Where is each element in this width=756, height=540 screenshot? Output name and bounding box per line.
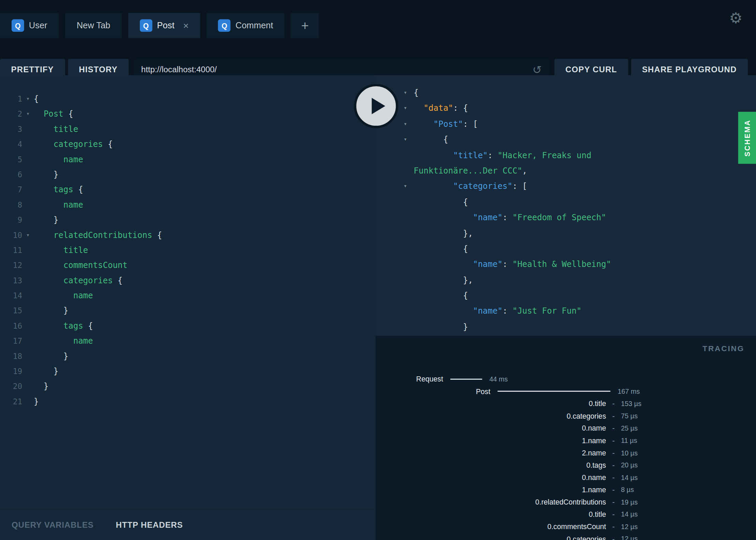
fold-arrow[interactable]: ▾ — [22, 107, 34, 122]
tab-comment[interactable]: QComment — [207, 13, 285, 38]
fold-arrow — [404, 303, 414, 319]
code-text: name — [34, 288, 93, 303]
response-line: } — [376, 319, 756, 334]
fold-arrow[interactable]: ▾ — [404, 116, 414, 132]
trace-time: 20 µs — [621, 461, 638, 469]
fold-arrow[interactable]: ▾ — [404, 101, 414, 116]
trace-time: 14 µs — [621, 510, 638, 518]
code-token: { — [414, 88, 419, 97]
code-text: }, — [414, 225, 473, 241]
editor-line[interactable]: 1▾{ — [2, 92, 376, 107]
code-token: , — [522, 166, 527, 175]
code-token — [34, 139, 54, 149]
trace-dash: - — [610, 461, 617, 469]
tracing-panel: TRACING Request44 msPost167 ms0.title-15… — [376, 336, 756, 540]
response-line: { — [376, 194, 756, 210]
code-text: title — [34, 243, 88, 258]
settings-gear-icon[interactable]: ⚙ — [729, 11, 742, 26]
execute-query-button[interactable] — [354, 84, 398, 128]
editor-line[interactable]: 12 commentsCount — [2, 258, 376, 273]
trace-time: 10 µs — [621, 449, 638, 457]
code-token: } — [34, 366, 58, 376]
trace-row: 0.name-14 µs — [376, 471, 756, 483]
code-token: name — [63, 154, 83, 164]
new-tab-button[interactable]: + — [291, 13, 319, 38]
code-text: "data": { — [414, 101, 468, 116]
code-token: tags — [63, 321, 83, 330]
editor-line[interactable]: 6 } — [2, 167, 376, 182]
code-token: : — [503, 306, 512, 316]
line-number: 17 — [2, 333, 22, 348]
tab-post[interactable]: QPost× — [128, 13, 201, 38]
trace-time: 44 ms — [489, 375, 508, 383]
tracing-rows: Request44 msPost167 ms0.title-153 µs0.ca… — [376, 336, 756, 540]
trace-label: 1.name — [376, 485, 606, 494]
fold-arrow[interactable]: ▾ — [404, 85, 414, 101]
schema-sidebar-tab[interactable]: SCHEMA — [738, 112, 756, 164]
query-variables-tab[interactable]: QUERY VARIABLES — [12, 520, 94, 530]
editor-line[interactable]: 9 } — [2, 212, 376, 227]
editor-line[interactable]: 8 name — [2, 197, 376, 212]
editor-line[interactable]: 16 tags { — [2, 318, 376, 333]
code-text: name — [34, 152, 83, 167]
fold-arrow — [22, 258, 34, 273]
query-editor[interactable]: 1▾{2▾ Post {3 title4 categories {5 name6… — [0, 75, 376, 409]
code-text: "categories": [ — [414, 178, 527, 194]
trace-dash: - — [610, 473, 617, 481]
trace-label: 0.commentsCount — [376, 522, 606, 530]
editor-line[interactable]: 7 tags { — [2, 182, 376, 197]
tab-new-tab[interactable]: New Tab — [65, 13, 122, 38]
line-number: 9 — [2, 212, 22, 227]
tab-label: User — [29, 20, 47, 31]
code-token: { — [414, 290, 468, 300]
editor-line[interactable]: 4 categories { — [2, 137, 376, 152]
line-number: 13 — [2, 273, 22, 288]
trace-time: 14 µs — [621, 474, 638, 481]
editor-line[interactable]: 18 } — [2, 349, 376, 364]
trace-label: 0.categories — [376, 412, 606, 420]
code-token: name — [73, 290, 93, 300]
tab-user[interactable]: QUser — [0, 13, 59, 38]
code-token: : [ — [512, 181, 527, 191]
fold-arrow — [22, 137, 34, 152]
code-text: { — [414, 194, 468, 210]
editor-line[interactable]: 2▾ Post { — [2, 107, 376, 122]
code-token: { — [414, 135, 448, 144]
trace-label: 0.categories — [376, 535, 606, 540]
editor-line[interactable]: 13 categories { — [2, 273, 376, 288]
code-token: "Post" — [433, 119, 463, 129]
editor-line[interactable]: 19 } — [2, 364, 376, 379]
editor-line[interactable]: 17 name — [2, 333, 376, 348]
trace-row: Request44 ms — [376, 373, 756, 385]
fold-arrow — [404, 147, 414, 163]
fold-arrow — [22, 318, 34, 333]
fold-arrow[interactable]: ▾ — [22, 228, 34, 243]
line-number: 10 — [2, 228, 22, 243]
trace-label: Post — [376, 387, 490, 395]
editor-line[interactable]: 3 title — [2, 122, 376, 137]
editor-line[interactable]: 21} — [2, 394, 376, 409]
trace-time: 167 ms — [617, 388, 640, 395]
code-token — [34, 245, 63, 255]
editor-line[interactable]: 10▾ relatedContributions { — [2, 228, 376, 243]
editor-line[interactable]: 5 name — [2, 152, 376, 167]
fold-arrow[interactable]: ▾ — [404, 178, 414, 194]
fold-arrow[interactable]: ▾ — [22, 92, 34, 107]
code-token — [34, 200, 63, 209]
trace-dash: - — [610, 436, 617, 445]
editor-line[interactable]: 11 title — [2, 243, 376, 258]
code-token: { — [113, 275, 122, 285]
reload-icon[interactable]: ↺ — [533, 63, 542, 76]
editor-line[interactable]: 14 name — [2, 288, 376, 303]
close-icon[interactable]: × — [183, 20, 189, 31]
line-number: 14 — [2, 288, 22, 303]
code-token — [414, 119, 434, 129]
response-line: "title": "Hacker, Freaks und — [376, 147, 756, 163]
http-headers-tab[interactable]: HTTP HEADERS — [116, 520, 183, 530]
code-token — [34, 230, 54, 240]
code-token: categories — [63, 275, 113, 285]
fold-arrow — [404, 241, 414, 257]
fold-arrow[interactable]: ▾ — [404, 132, 414, 147]
editor-line[interactable]: 20 } — [2, 379, 376, 394]
editor-line[interactable]: 15 } — [2, 303, 376, 318]
